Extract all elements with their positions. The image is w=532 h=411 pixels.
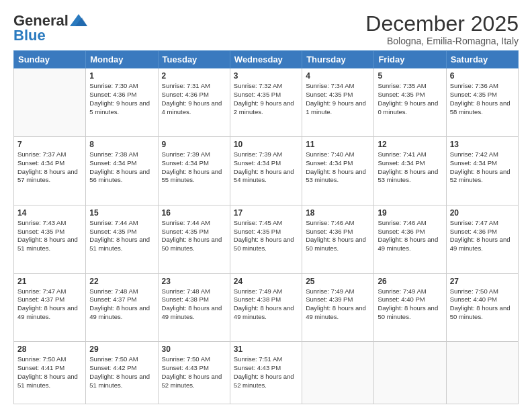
day-number: 9 — [162, 140, 226, 149]
day-number: 7 — [17, 140, 82, 149]
day-number: 5 — [378, 71, 442, 81]
day-number: 12 — [378, 140, 442, 149]
calendar-header-saturday: Saturday — [446, 51, 518, 68]
cell-info: Sunrise: 7:36 AMSunset: 4:35 PMDaylight:… — [450, 82, 515, 116]
calendar-header-friday: Friday — [374, 51, 446, 68]
calendar-cell: 28Sunrise: 7:50 AMSunset: 4:41 PMDayligh… — [14, 342, 86, 404]
calendar-cell: 15Sunrise: 7:44 AMSunset: 4:35 PMDayligh… — [86, 205, 158, 273]
calendar-week-row: 1Sunrise: 7:30 AMSunset: 4:36 PMDaylight… — [14, 68, 519, 137]
day-number: 18 — [306, 208, 370, 218]
calendar-cell: 7Sunrise: 7:37 AMSunset: 4:34 PMDaylight… — [14, 137, 86, 205]
day-number: 17 — [234, 208, 298, 218]
cell-info: Sunrise: 7:30 AMSunset: 4:36 PMDaylight:… — [89, 82, 154, 116]
calendar-cell: 23Sunrise: 7:48 AMSunset: 4:38 PMDayligh… — [158, 273, 230, 342]
day-number: 21 — [17, 277, 82, 286]
calendar-cell: 2Sunrise: 7:31 AMSunset: 4:36 PMDaylight… — [158, 68, 230, 137]
day-number: 25 — [306, 277, 370, 286]
calendar-cell: 26Sunrise: 7:49 AMSunset: 4:40 PMDayligh… — [374, 273, 446, 342]
month-title: December 2025 — [365, 12, 519, 36]
day-number: 19 — [378, 208, 442, 218]
cell-info: Sunrise: 7:46 AMSunset: 4:36 PMDaylight:… — [378, 219, 442, 253]
day-number: 14 — [17, 208, 82, 218]
day-number: 15 — [89, 208, 154, 218]
day-number: 20 — [450, 208, 515, 218]
header: General Blue December 2025 Bologna, Emil… — [13, 12, 519, 46]
cell-info: Sunrise: 7:50 AMSunset: 4:41 PMDaylight:… — [17, 355, 82, 390]
cell-info: Sunrise: 7:49 AMSunset: 4:40 PMDaylight:… — [378, 287, 442, 322]
day-number: 3 — [234, 71, 298, 81]
logo: General Blue — [13, 12, 87, 44]
day-number: 1 — [89, 71, 154, 81]
calendar-cell: 5Sunrise: 7:35 AMSunset: 4:35 PMDaylight… — [374, 68, 446, 137]
calendar-cell: 19Sunrise: 7:46 AMSunset: 4:36 PMDayligh… — [374, 205, 446, 273]
calendar-cell: 22Sunrise: 7:48 AMSunset: 4:37 PMDayligh… — [86, 273, 158, 342]
calendar-header-tuesday: Tuesday — [158, 51, 230, 68]
calendar-week-row: 21Sunrise: 7:47 AMSunset: 4:37 PMDayligh… — [14, 273, 519, 342]
day-number: 4 — [306, 71, 370, 81]
cell-info: Sunrise: 7:37 AMSunset: 4:34 PMDaylight:… — [17, 150, 82, 185]
day-number: 31 — [234, 345, 298, 354]
cell-info: Sunrise: 7:48 AMSunset: 4:37 PMDaylight:… — [89, 287, 154, 322]
calendar-cell — [446, 342, 518, 404]
cell-info: Sunrise: 7:50 AMSunset: 4:42 PMDaylight:… — [89, 355, 154, 390]
calendar-cell: 6Sunrise: 7:36 AMSunset: 4:35 PMDaylight… — [446, 68, 518, 137]
cell-info: Sunrise: 7:31 AMSunset: 4:36 PMDaylight:… — [162, 82, 226, 116]
calendar-cell: 31Sunrise: 7:51 AMSunset: 4:43 PMDayligh… — [230, 342, 302, 404]
cell-info: Sunrise: 7:35 AMSunset: 4:35 PMDaylight:… — [378, 82, 442, 116]
day-number: 2 — [162, 71, 226, 81]
cell-info: Sunrise: 7:47 AMSunset: 4:37 PMDaylight:… — [17, 287, 82, 322]
cell-info: Sunrise: 7:39 AMSunset: 4:34 PMDaylight:… — [162, 150, 226, 185]
logo-blue: Blue — [13, 27, 46, 44]
calendar-cell: 8Sunrise: 7:38 AMSunset: 4:34 PMDaylight… — [86, 137, 158, 205]
day-number: 11 — [306, 140, 370, 149]
calendar-header-row: SundayMondayTuesdayWednesdayThursdayFrid… — [14, 51, 519, 68]
calendar-cell: 16Sunrise: 7:44 AMSunset: 4:35 PMDayligh… — [158, 205, 230, 273]
cell-info: Sunrise: 7:40 AMSunset: 4:34 PMDaylight:… — [306, 150, 370, 185]
calendar-week-row: 14Sunrise: 7:43 AMSunset: 4:35 PMDayligh… — [14, 205, 519, 273]
calendar-cell: 13Sunrise: 7:42 AMSunset: 4:34 PMDayligh… — [446, 137, 518, 205]
calendar-cell: 3Sunrise: 7:32 AMSunset: 4:35 PMDaylight… — [230, 68, 302, 137]
cell-info: Sunrise: 7:38 AMSunset: 4:34 PMDaylight:… — [89, 150, 154, 185]
calendar-cell: 21Sunrise: 7:47 AMSunset: 4:37 PMDayligh… — [14, 273, 86, 342]
day-number: 13 — [450, 140, 515, 149]
cell-info: Sunrise: 7:42 AMSunset: 4:34 PMDaylight:… — [450, 150, 515, 185]
calendar-cell: 4Sunrise: 7:34 AMSunset: 4:35 PMDaylight… — [302, 68, 374, 137]
calendar-week-row: 28Sunrise: 7:50 AMSunset: 4:41 PMDayligh… — [14, 342, 519, 404]
day-number: 27 — [450, 277, 515, 286]
calendar-cell: 10Sunrise: 7:39 AMSunset: 4:34 PMDayligh… — [230, 137, 302, 205]
day-number: 30 — [162, 345, 226, 354]
calendar-cell: 25Sunrise: 7:49 AMSunset: 4:39 PMDayligh… — [302, 273, 374, 342]
cell-info: Sunrise: 7:43 AMSunset: 4:35 PMDaylight:… — [17, 219, 82, 253]
cell-info: Sunrise: 7:49 AMSunset: 4:39 PMDaylight:… — [306, 287, 370, 322]
cell-info: Sunrise: 7:34 AMSunset: 4:35 PMDaylight:… — [306, 82, 370, 116]
day-number: 23 — [162, 277, 226, 286]
cell-info: Sunrise: 7:44 AMSunset: 4:35 PMDaylight:… — [89, 219, 154, 253]
calendar-header-sunday: Sunday — [14, 51, 86, 68]
calendar-cell — [14, 68, 86, 137]
day-number: 29 — [89, 345, 154, 354]
calendar-cell — [302, 342, 374, 404]
cell-info: Sunrise: 7:41 AMSunset: 4:34 PMDaylight:… — [378, 150, 442, 185]
calendar-week-row: 7Sunrise: 7:37 AMSunset: 4:34 PMDaylight… — [14, 137, 519, 205]
day-number: 22 — [89, 277, 154, 286]
calendar-header-thursday: Thursday — [302, 51, 374, 68]
calendar-cell: 12Sunrise: 7:41 AMSunset: 4:34 PMDayligh… — [374, 137, 446, 205]
location: Bologna, Emilia-Romagna, Italy — [365, 36, 519, 46]
cell-info: Sunrise: 7:51 AMSunset: 4:43 PMDaylight:… — [234, 355, 298, 390]
calendar-header-monday: Monday — [86, 51, 158, 68]
day-number: 6 — [450, 71, 515, 81]
calendar-cell: 27Sunrise: 7:50 AMSunset: 4:40 PMDayligh… — [446, 273, 518, 342]
calendar-cell: 18Sunrise: 7:46 AMSunset: 4:36 PMDayligh… — [302, 205, 374, 273]
cell-info: Sunrise: 7:50 AMSunset: 4:43 PMDaylight:… — [162, 355, 226, 390]
cell-info: Sunrise: 7:50 AMSunset: 4:40 PMDaylight:… — [450, 287, 515, 322]
day-number: 24 — [234, 277, 298, 286]
day-number: 16 — [162, 208, 226, 218]
calendar-cell: 14Sunrise: 7:43 AMSunset: 4:35 PMDayligh… — [14, 205, 86, 273]
cell-info: Sunrise: 7:49 AMSunset: 4:38 PMDaylight:… — [234, 287, 298, 322]
calendar-cell: 30Sunrise: 7:50 AMSunset: 4:43 PMDayligh… — [158, 342, 230, 404]
cell-info: Sunrise: 7:39 AMSunset: 4:34 PMDaylight:… — [234, 150, 298, 185]
logo-icon — [70, 14, 87, 26]
title-block: December 2025 Bologna, Emilia-Romagna, I… — [365, 12, 519, 46]
calendar-table: SundayMondayTuesdayWednesdayThursdayFrid… — [13, 50, 519, 404]
cell-info: Sunrise: 7:47 AMSunset: 4:36 PMDaylight:… — [450, 219, 515, 253]
